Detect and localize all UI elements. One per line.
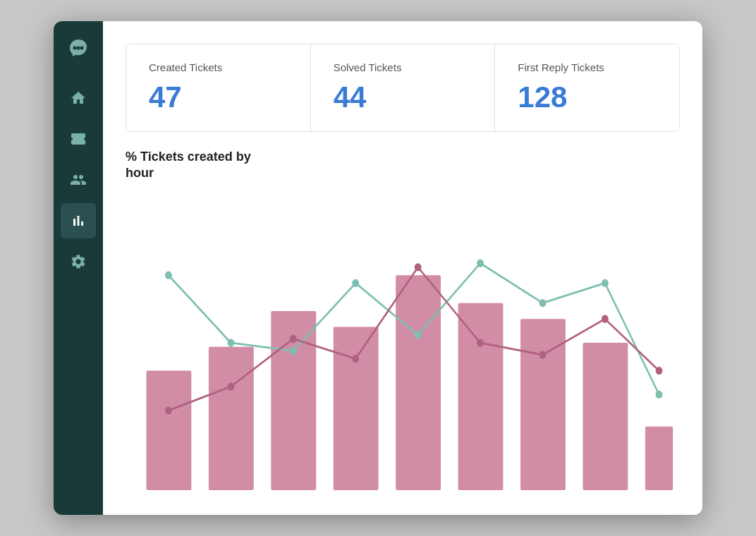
svg-point-1 — [77, 47, 80, 50]
settings-icon — [70, 253, 87, 270]
chart-title: % Tickets created by hour — [126, 149, 252, 182]
stats-row: Created Tickets 47 Solved Tickets 44 Fir… — [126, 44, 680, 132]
pink-dot-4 — [352, 355, 359, 363]
pink-dot-5 — [415, 263, 422, 271]
sidebar-item-reports[interactable] — [61, 203, 96, 238]
app-window: Created Tickets 47 Solved Tickets 44 Fir… — [54, 21, 702, 515]
pink-dot-6 — [477, 339, 484, 346]
bar-9 — [645, 426, 673, 489]
svg-point-2 — [80, 47, 84, 50]
pink-dot-1 — [165, 406, 172, 414]
chart-container — [126, 188, 680, 498]
pink-dot-9 — [656, 367, 663, 374]
sidebar-item-tickets[interactable] — [61, 121, 96, 157]
stat-card-created: Created Tickets 47 — [126, 44, 311, 131]
chart-section: % Tickets created by hour — [126, 149, 680, 498]
sidebar — [54, 21, 103, 515]
bar-6 — [458, 303, 504, 489]
teal-dot-2 — [227, 339, 234, 346]
reports-icon — [70, 212, 87, 229]
stat-card-solved: Solved Tickets 44 — [311, 44, 496, 131]
bar-1 — [146, 370, 191, 489]
contacts-icon — [70, 171, 87, 188]
bar-5 — [396, 275, 441, 490]
svg-point-0 — [73, 47, 77, 50]
main-content: Created Tickets 47 Solved Tickets 44 Fir… — [103, 21, 702, 515]
bar-4 — [334, 327, 379, 489]
stat-label-created: Created Tickets — [149, 61, 222, 73]
bar-8 — [583, 343, 628, 490]
pink-dot-3 — [290, 335, 297, 343]
chart-svg — [126, 188, 680, 498]
teal-dot-7 — [539, 299, 547, 307]
teal-dot-5 — [415, 331, 422, 339]
pink-dot-8 — [602, 315, 609, 322]
stat-value-solved: 44 — [334, 80, 367, 114]
tickets-icon — [70, 130, 87, 147]
teal-dot-8 — [602, 279, 609, 287]
teal-dot-6 — [477, 259, 484, 267]
bar-2 — [209, 347, 254, 490]
teal-dot-3 — [290, 347, 297, 355]
sidebar-item-contacts[interactable] — [61, 162, 96, 197]
stat-value-created: 47 — [149, 80, 182, 114]
stat-card-first-reply: First Reply Tickets 128 — [495, 44, 679, 131]
stat-label-solved: Solved Tickets — [334, 61, 402, 73]
teal-dot-9 — [656, 391, 663, 398]
sidebar-item-settings[interactable] — [61, 244, 96, 279]
sidebar-item-home[interactable] — [61, 80, 96, 116]
pink-dot-2 — [227, 382, 234, 390]
teal-dot-4 — [352, 279, 359, 287]
stat-value-first-reply: 128 — [518, 80, 567, 114]
home-icon — [70, 90, 87, 106]
pink-dot-7 — [539, 351, 547, 358]
stat-label-first-reply: First Reply Tickets — [518, 61, 604, 73]
app-logo — [63, 32, 94, 63]
teal-dot-1 — [165, 271, 172, 279]
